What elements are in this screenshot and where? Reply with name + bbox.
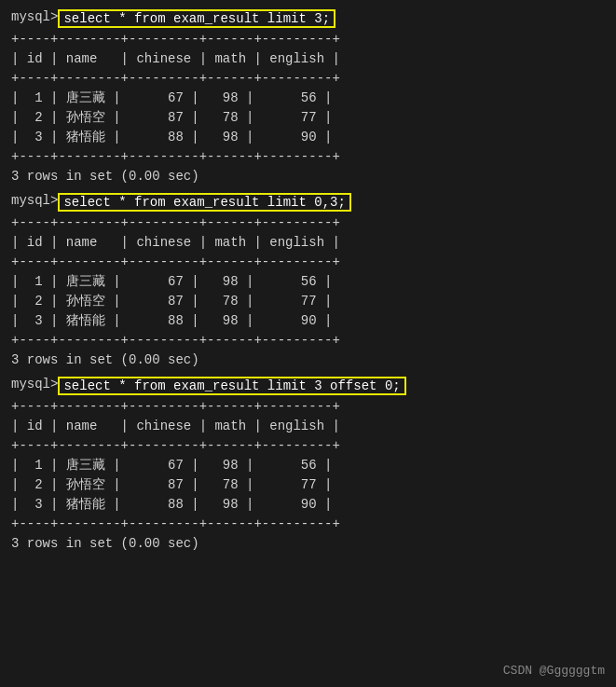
sql-block-1: mysql> select * from exam_result limit 3… [11,9,605,184]
result-info: 3 rows in set (0.00 sec) [11,352,605,367]
result-info: 3 rows in set (0.00 sec) [11,536,605,551]
sql-block-3: mysql> select * from exam_result limit 3… [11,377,605,551]
sql-command: select * from exam_result limit 0,3; [58,193,350,212]
table-output: +----+--------+---------+------+--------… [11,213,605,350]
result-info: 3 rows in set (0.00 sec) [11,169,605,184]
sql-block-2: mysql> select * from exam_result limit 0… [11,193,605,367]
table-output: +----+--------+---------+------+--------… [11,30,605,167]
sql-command: select * from exam_result limit 3; [58,9,335,28]
mysql-prompt: mysql> [11,377,58,392]
watermark: CSDN @Ggggggtm [503,664,605,678]
table-output: +----+--------+---------+------+--------… [11,397,605,534]
mysql-prompt: mysql> [11,9,58,24]
sql-command: select * from exam_result limit 3 offset… [58,377,405,395]
mysql-prompt: mysql> [11,193,58,208]
terminal-content: mysql> select * from exam_result limit 3… [11,9,605,551]
